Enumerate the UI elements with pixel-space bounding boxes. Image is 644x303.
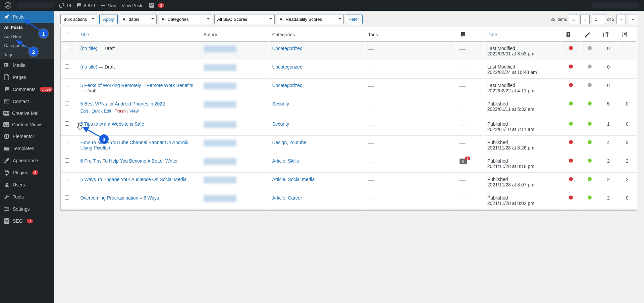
author-redacted bbox=[204, 158, 236, 165]
annotation-2: 2 bbox=[29, 47, 38, 56]
svg-point-15 bbox=[568, 34, 569, 35]
post-status: — Draft bbox=[97, 64, 115, 70]
date-value: 2022/02/22 at 4:11 pm bbox=[487, 88, 534, 93]
menu-settings[interactable]: Settings bbox=[0, 203, 54, 215]
menu-pages[interactable]: Pages bbox=[0, 71, 54, 83]
edit-link[interactable]: Edit bbox=[80, 109, 88, 114]
last-page-button[interactable]: » bbox=[628, 14, 637, 24]
comment-bubble[interactable]: 01 bbox=[460, 159, 467, 164]
elementor-icon bbox=[3, 133, 10, 140]
outgoing-links: 0 bbox=[599, 79, 618, 97]
category-link[interactable]: Skills bbox=[288, 158, 299, 164]
pin-icon bbox=[3, 13, 10, 20]
post-title-link[interactable]: 6 Pro Tips To Help You Become A Better W… bbox=[80, 158, 178, 164]
category-link[interactable]: Uncategorized bbox=[272, 83, 302, 88]
category-link[interactable]: Article bbox=[272, 158, 285, 164]
svg-rect-7 bbox=[7, 137, 8, 138]
row-checkbox[interactable] bbox=[65, 177, 69, 181]
category-link[interactable]: Article bbox=[272, 177, 285, 182]
col-comments[interactable] bbox=[456, 28, 483, 42]
author-redacted bbox=[204, 101, 236, 108]
post-title-link[interactable]: Overcoming Procrastination – 6 Ways bbox=[80, 195, 159, 201]
menu-appearance[interactable]: Appearance bbox=[0, 155, 54, 167]
menu-comments[interactable]: Comments8,879 bbox=[0, 83, 54, 95]
select-all-checkbox[interactable] bbox=[65, 32, 69, 36]
post-title-link[interactable]: 5 Perks of Working Remotely – Remote Wor… bbox=[80, 83, 193, 88]
category-link[interactable]: Security bbox=[272, 101, 289, 106]
row-checkbox[interactable] bbox=[65, 158, 69, 163]
next-page-button[interactable]: › bbox=[616, 14, 626, 24]
menu-seo[interactable]: SEO3 bbox=[0, 215, 54, 227]
incoming-links: 0 bbox=[618, 118, 636, 136]
no-comments: — bbox=[460, 177, 466, 183]
seo-dot bbox=[569, 196, 573, 200]
category-link[interactable]: Security bbox=[272, 121, 289, 127]
annotation-1: 1 bbox=[39, 29, 48, 38]
category-link[interactable]: Design bbox=[272, 140, 287, 145]
bulk-actions-select[interactable]: Bulk actions bbox=[60, 14, 97, 24]
no-tags: — bbox=[368, 46, 374, 52]
view-posts[interactable]: View Posts bbox=[119, 0, 146, 11]
new-content[interactable]: New bbox=[98, 0, 119, 11]
col-incoming-icon bbox=[618, 28, 636, 42]
menu-templates[interactable]: Templates bbox=[0, 142, 54, 155]
category-link[interactable]: Uncategorized bbox=[272, 64, 302, 70]
prev-page-button[interactable]: ‹ bbox=[580, 14, 590, 24]
menu-tools[interactable]: Tools bbox=[0, 191, 54, 203]
categories-filter-select[interactable]: All Categories bbox=[159, 14, 212, 24]
category-link[interactable]: Social media bbox=[288, 177, 315, 182]
menu-contact[interactable]: Contact bbox=[0, 95, 54, 107]
menu-creative-mail[interactable]: CMCreative Mail bbox=[0, 107, 54, 119]
no-tags: — bbox=[368, 101, 374, 108]
menu-users[interactable]: Users bbox=[0, 179, 54, 191]
seo-filter-select[interactable]: All SEO Scores bbox=[214, 14, 275, 24]
row-checkbox[interactable] bbox=[65, 64, 69, 69]
col-title[interactable]: Title bbox=[80, 32, 89, 37]
updates[interactable]: 14 bbox=[56, 0, 74, 11]
no-tags: — bbox=[368, 158, 374, 165]
filter-button[interactable]: Filter bbox=[346, 14, 363, 24]
no-tags: — bbox=[368, 64, 374, 71]
row-checkbox[interactable] bbox=[65, 121, 69, 126]
sub-tags[interactable]: Tags bbox=[0, 50, 54, 59]
first-page-button[interactable]: « bbox=[569, 14, 578, 24]
yoast-top[interactable]: 3 bbox=[146, 0, 167, 11]
site-name[interactable] bbox=[14, 0, 56, 11]
trash-link[interactable]: Trash bbox=[115, 109, 126, 114]
readability-filter-select[interactable]: All Readability Scores bbox=[277, 14, 344, 24]
readability-dot bbox=[588, 101, 592, 105]
view-link[interactable]: View bbox=[129, 109, 139, 114]
row-checkbox[interactable] bbox=[65, 140, 69, 144]
row-checkbox[interactable] bbox=[65, 101, 69, 105]
row-checkbox[interactable] bbox=[65, 83, 69, 87]
incoming-links: 0 bbox=[618, 192, 636, 210]
post-title-link[interactable]: (no title) bbox=[80, 64, 98, 70]
apply-button[interactable]: Apply bbox=[99, 14, 118, 24]
current-page-input[interactable] bbox=[592, 14, 605, 24]
menu-content-views[interactable]: CVContent Views bbox=[0, 119, 54, 130]
post-title-link[interactable]: 5 Best VPNs for Android Phones in 2022 bbox=[80, 101, 165, 106]
category-link[interactable]: Article bbox=[272, 195, 285, 201]
yoast-badge: 3 bbox=[158, 3, 164, 8]
row-checkbox[interactable] bbox=[65, 46, 69, 50]
user-menu[interactable] bbox=[590, 0, 642, 11]
post-title-link[interactable]: (no title) bbox=[80, 46, 98, 51]
main-content: Bulk actions Apply All dates All Categor… bbox=[54, 11, 644, 231]
row-checkbox[interactable] bbox=[65, 195, 69, 200]
post-title-link[interactable]: 5 Ways To Engage Your Audience On Social… bbox=[80, 177, 187, 182]
wp-logo[interactable] bbox=[2, 0, 14, 11]
category-link[interactable]: Career bbox=[288, 195, 302, 201]
category-link[interactable]: Uncategorized bbox=[272, 46, 302, 51]
category-link[interactable]: Youtube bbox=[289, 140, 307, 145]
outgoing-links: 2 bbox=[599, 192, 618, 210]
comments-top[interactable]: 8,879 bbox=[74, 0, 98, 11]
post-title-link[interactable]: How To Make YouTube Channel Banner On An… bbox=[80, 140, 189, 150]
no-comments: — bbox=[460, 101, 466, 108]
col-date[interactable]: Date bbox=[487, 32, 497, 37]
no-comments: — bbox=[460, 64, 466, 71]
quick-edit-link[interactable]: Quick Edit bbox=[92, 109, 111, 114]
dates-filter-select[interactable]: All dates bbox=[120, 14, 157, 24]
menu-elementor[interactable]: Elementor bbox=[0, 130, 54, 142]
menu-media[interactable]: Media bbox=[0, 59, 54, 71]
menu-plugins[interactable]: Plugins8 bbox=[0, 167, 54, 179]
